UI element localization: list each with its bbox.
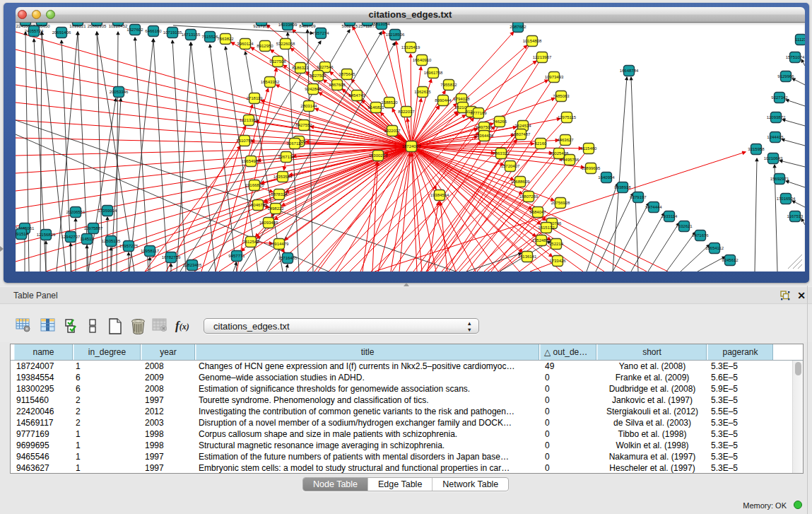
svg-text:6379197: 6379197: [630, 195, 647, 199]
svg-text:18807269: 18807269: [519, 194, 539, 199]
svg-text:9242848: 9242848: [305, 87, 322, 91]
svg-text:20691406: 20691406: [52, 30, 71, 35]
svg-text:15720407: 15720407: [501, 164, 520, 168]
svg-text:7955812: 7955812: [440, 83, 457, 87]
svg-text:3624534: 3624534: [514, 124, 531, 128]
svg-text:24055724: 24055724: [25, 29, 44, 33]
svg-text:25882305: 25882305: [88, 24, 107, 28]
svg-text:20206551: 20206551: [66, 210, 86, 214]
svg-text:16093459: 16093459: [259, 221, 278, 225]
svg-text:8990444: 8990444: [435, 98, 452, 103]
svg-text:19384554: 19384554: [430, 193, 449, 197]
svg-text:3215958: 3215958: [748, 147, 765, 151]
svg-text:7663822: 7663822: [217, 37, 234, 41]
svg-text:12093872: 12093872: [767, 115, 786, 119]
svg-text:1167533: 1167533: [787, 214, 804, 218]
svg-text:16782759: 16782759: [162, 255, 181, 259]
svg-text:8454749: 8454749: [348, 93, 365, 98]
svg-text:3267110: 3267110: [287, 141, 304, 146]
svg-text:9129966: 9129966: [777, 74, 794, 78]
svg-text:8322037: 8322037: [398, 110, 415, 114]
svg-text:9794028: 9794028: [453, 97, 470, 101]
svg-text:10958117: 10958117: [141, 249, 160, 253]
svg-text:1498222: 1498222: [267, 206, 284, 211]
svg-text:6466160: 6466160: [145, 29, 162, 33]
svg-text:9327508: 9327508: [269, 59, 286, 64]
svg-text:8938918: 8938918: [614, 185, 631, 189]
svg-text:14353584: 14353584: [273, 175, 293, 179]
svg-text:8489709: 8489709: [299, 24, 316, 28]
svg-text:3875645: 3875645: [339, 72, 355, 76]
svg-text:16640910: 16640910: [413, 58, 432, 62]
svg-text:1510755: 1510755: [236, 139, 253, 143]
svg-text:9684047: 9684047: [529, 210, 546, 214]
svg-text:19654985: 19654985: [242, 159, 261, 163]
svg-text:12505135: 12505135: [102, 239, 121, 243]
svg-text:17359914: 17359914: [98, 209, 117, 213]
svg-text:10973493: 10973493: [545, 75, 564, 79]
svg-text:7612540: 7612540: [242, 240, 259, 244]
svg-text:7632621: 7632621: [676, 224, 693, 228]
svg-text:1588520: 1588520: [381, 100, 398, 105]
svg-text:12942737: 12942737: [61, 235, 81, 239]
svg-text:7485063: 7485063: [553, 94, 570, 98]
svg-text:4463627: 4463627: [557, 138, 574, 142]
svg-text:1527602: 1527602: [126, 28, 143, 32]
svg-text:14495756: 14495756: [560, 158, 579, 162]
svg-text:10210643: 10210643: [764, 156, 783, 160]
svg-text:20756928: 20756928: [551, 201, 570, 205]
svg-text:9217207: 9217207: [253, 24, 270, 28]
svg-text:8471676: 8471676: [692, 233, 709, 238]
svg-text:2718119: 2718119: [247, 96, 264, 100]
svg-text:15716485: 15716485: [278, 256, 298, 260]
svg-text:391514: 391514: [16, 232, 29, 236]
svg-text:16543362: 16543362: [261, 80, 280, 84]
svg-text:7515526: 7515526: [201, 35, 218, 39]
svg-text:16648784: 16648784: [620, 69, 639, 73]
svg-text:13524851: 13524851: [532, 238, 551, 243]
svg-text:8186323: 8186323: [292, 66, 309, 70]
svg-text:10228452: 10228452: [109, 24, 128, 28]
svg-text:6497508: 6497508: [476, 125, 493, 129]
svg-text:17016504: 17016504: [777, 197, 796, 201]
svg-text:19218506: 19218506: [386, 33, 405, 37]
svg-text:13975887: 13975887: [84, 226, 103, 230]
svg-text:12975115: 12975115: [558, 115, 577, 119]
svg-text:19166825: 19166825: [245, 183, 264, 187]
svg-text:114519: 114519: [80, 237, 94, 241]
svg-text:1733426: 1733426: [549, 259, 566, 263]
svg-text:16046785: 16046785: [249, 203, 268, 207]
svg-text:10654112: 10654112: [705, 246, 724, 250]
svg-text:12823465: 12823465: [183, 263, 202, 267]
svg-text:10154808: 10154808: [523, 39, 542, 43]
svg-text:53226058: 53226058: [276, 42, 295, 46]
svg-text:746266: 746266: [493, 119, 507, 124]
svg-text:9457771: 9457771: [228, 254, 245, 258]
svg-text:16713155: 16713155: [182, 33, 201, 37]
svg-text:16914479: 16914479: [270, 242, 289, 246]
svg-text:16961758: 16961758: [424, 71, 443, 75]
svg-text:3267130: 3267130: [278, 155, 295, 159]
svg-text:1839221: 1839221: [69, 24, 86, 28]
svg-text:15692971: 15692971: [770, 177, 789, 181]
svg-text:10688609: 10688609: [511, 180, 530, 184]
svg-text:62160: 62160: [535, 141, 547, 146]
svg-text:1615132: 1615132: [538, 226, 555, 230]
svg-text:9115460: 9115460: [581, 146, 598, 151]
svg-text:14136141: 14136141: [518, 255, 537, 259]
svg-text:7863322: 7863322: [493, 151, 510, 156]
svg-text:1640954: 1640954: [598, 175, 615, 180]
svg-text:2803144: 2803144: [300, 104, 317, 108]
svg-text:8427552: 8427552: [295, 123, 312, 127]
svg-text:1322037: 1322037: [384, 129, 401, 133]
svg-text:8912950: 8912950: [257, 44, 273, 48]
svg-text:11123: 11123: [795, 37, 805, 42]
svg-text:252214: 252214: [549, 242, 564, 246]
svg-text:12213967: 12213967: [533, 55, 552, 59]
svg-text:10807487: 10807487: [512, 132, 531, 136]
svg-text:15300273: 15300273: [369, 153, 388, 158]
svg-text:2933114: 2933114: [661, 214, 678, 218]
svg-text:16033809: 16033809: [278, 23, 298, 27]
svg-text:9777169: 9777169: [470, 111, 487, 115]
svg-text:20364436: 20364436: [475, 134, 494, 138]
